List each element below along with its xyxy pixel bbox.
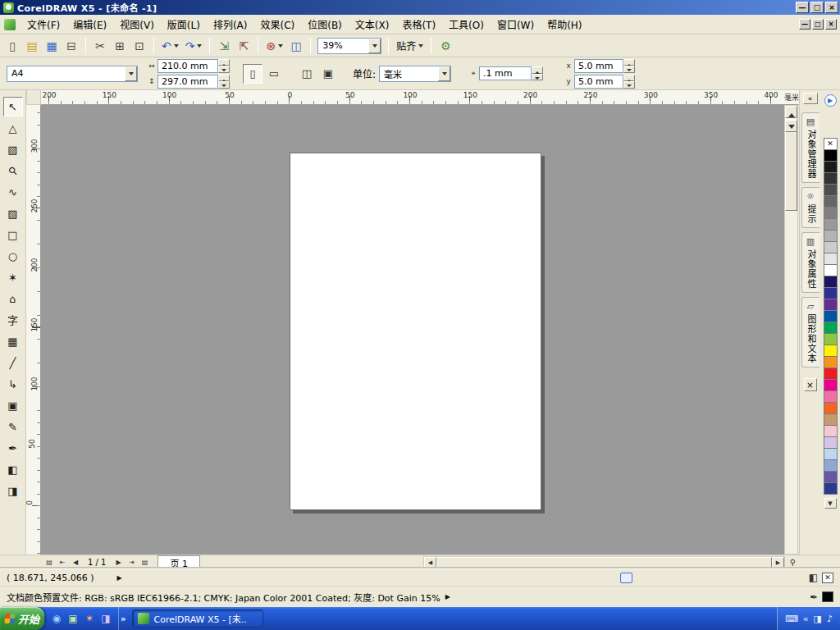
polygon-tool[interactable]: ✶ [3, 267, 23, 287]
show-desktop-icon[interactable]: ▣ [66, 612, 80, 625]
color-swatch-15[interactable] [824, 310, 838, 322]
fill-tool[interactable]: ◧ [3, 459, 23, 479]
color-swatch-3[interactable] [824, 172, 838, 185]
color-swatch-14[interactable] [824, 299, 838, 311]
duplicate-x-input[interactable]: 5.0 mm [574, 59, 623, 73]
status-flyout-icon[interactable]: ▶ [117, 574, 122, 582]
profile-flyout-icon[interactable]: ▶ [445, 593, 450, 600]
horizontal-ruler[interactable]: 20015010050050100150200250300350400 [41, 90, 783, 105]
color-swatch-4[interactable] [824, 184, 838, 196]
portrait-button[interactable]: ▯ [243, 64, 262, 84]
dimension-tool[interactable]: ╱ [3, 353, 23, 372]
color-swatch-5[interactable] [824, 195, 838, 208]
duplicate-x-spinner[interactable] [623, 59, 635, 73]
welcome-screen-button[interactable]: ◫ [287, 37, 305, 55]
menu-item-3[interactable]: 视图(V) [113, 14, 161, 34]
outline-color-swatch[interactable] [822, 591, 833, 602]
menu-item-4[interactable]: 版面(L) [161, 14, 207, 34]
paper-width-spinner[interactable] [218, 59, 230, 73]
docker-tab-graphics-and-text[interactable]: ▱图形和文本 [801, 297, 819, 368]
menu-item-6[interactable]: 效果(C) [253, 14, 301, 34]
color-swatch-8[interactable] [824, 230, 838, 242]
landscape-button[interactable]: ▭ [264, 64, 284, 84]
interactive-fill-tool[interactable]: ◨ [3, 481, 23, 500]
docker-tab-object-manager[interactable]: ▤对象管理器 [801, 112, 819, 183]
first-page-button[interactable]: ⇤ [56, 556, 69, 568]
color-swatch-2[interactable] [824, 161, 838, 173]
undo-dropdown-icon[interactable] [174, 44, 179, 50]
snap-to-dropdown-icon[interactable] [418, 44, 423, 50]
paper-height-input[interactable]: 297.0 mm [158, 75, 218, 89]
zoom-level-dropdown-icon[interactable] [368, 39, 381, 53]
color-swatch-9[interactable] [824, 241, 838, 253]
color-swatch-29[interactable] [824, 471, 838, 483]
options-button[interactable]: ⚙ [436, 37, 454, 55]
table-tool[interactable]: ▦ [3, 331, 23, 351]
canvas-area[interactable] [41, 105, 784, 555]
doc-restore-button[interactable]: □ [812, 19, 824, 30]
palette-scroll-down-button[interactable]: ▼ [824, 498, 837, 509]
media-player-icon[interactable]: ◨ [99, 612, 112, 625]
redo-button[interactable]: ↷ [183, 37, 205, 55]
docker-collapse-button[interactable]: « [803, 93, 818, 104]
crop-tool[interactable]: ▧ [3, 139, 23, 159]
color-swatch-18[interactable] [824, 345, 838, 357]
menu-item-2[interactable]: 编辑(E) [66, 14, 113, 34]
export-button[interactable]: ⇱ [235, 37, 253, 55]
shape-tool[interactable]: △ [3, 118, 23, 138]
color-swatch-16[interactable] [824, 322, 838, 334]
text-tool[interactable]: 字 [3, 310, 23, 330]
ellipse-tool[interactable]: ○ [3, 246, 23, 266]
save-document-button[interactable]: ▦ [43, 37, 61, 55]
scroll-up-button[interactable] [785, 106, 797, 118]
minimize-button[interactable]: — [796, 2, 809, 13]
start-button[interactable]: 开始 [0, 607, 44, 630]
page-tab-1[interactable]: 页 1 [158, 555, 200, 568]
fill-color-swatch[interactable]: ✕ [822, 573, 833, 583]
menu-item-12[interactable]: 帮助(H) [541, 14, 588, 34]
paste-button[interactable]: ⊡ [130, 37, 148, 55]
tray-collapse-icon[interactable]: « [803, 614, 809, 623]
color-swatch-26[interactable] [824, 436, 838, 449]
add-page-button[interactable]: ▤ [43, 556, 56, 568]
color-swatch-13[interactable] [824, 287, 838, 299]
horizontal-scroll-thumb[interactable] [436, 557, 772, 568]
doc-close-button[interactable]: × [825, 19, 837, 30]
menu-item-10[interactable]: 工具(O) [442, 14, 491, 34]
zoom-level-combobox[interactable]: 39% [317, 38, 381, 54]
browser-icon[interactable]: ◉ [50, 612, 63, 625]
color-swatch-21[interactable] [824, 379, 838, 391]
cut-button[interactable]: ✂ [91, 37, 109, 55]
ruler-origin-button[interactable] [26, 90, 41, 105]
color-swatch-6[interactable] [824, 207, 838, 219]
color-swatch-17[interactable] [824, 333, 838, 345]
next-page-button[interactable]: ▶ [112, 556, 125, 568]
paper-height-spinner[interactable] [218, 75, 230, 89]
color-swatch-22[interactable] [824, 390, 838, 403]
taskbar-task-coreldraw[interactable]: CorelDRAW X5 - [未.. [132, 609, 263, 628]
units-select[interactable]: 毫米 [379, 66, 451, 82]
current-page-button[interactable]: ▣ [318, 64, 338, 84]
document-page[interactable] [290, 153, 541, 510]
rectangle-tool[interactable]: □ [3, 225, 23, 244]
horizontal-scrollbar[interactable]: ◀ ▶ [423, 556, 785, 568]
scroll-down-button[interactable] [785, 120, 797, 132]
connector-tool[interactable]: ↳ [3, 374, 23, 394]
new-document-button[interactable]: ▯ [3, 37, 21, 55]
redo-dropdown-icon[interactable] [197, 44, 202, 50]
docker-tab-hints[interactable]: ☼提示 [801, 187, 819, 228]
all-pages-button[interactable]: ◫ [297, 64, 317, 84]
firefox-icon[interactable]: ✶ [83, 612, 96, 625]
display-icon[interactable]: ◨ [814, 614, 822, 623]
color-swatch-25[interactable] [824, 425, 838, 437]
eyedropper-tool[interactable]: ✎ [3, 417, 23, 436]
color-swatch-27[interactable] [824, 448, 838, 460]
copy-button[interactable]: ⊞ [111, 37, 129, 55]
menu-item-11[interactable]: 窗口(W) [491, 14, 541, 34]
close-button[interactable]: × [825, 2, 838, 13]
scroll-right-button[interactable]: ▶ [772, 557, 784, 568]
input-method-icon[interactable]: ⌨ [785, 614, 798, 623]
smart-fill-tool[interactable]: ▨ [3, 203, 23, 223]
color-swatch-20[interactable] [824, 368, 838, 380]
open-document-button[interactable]: ▤ [23, 37, 41, 55]
